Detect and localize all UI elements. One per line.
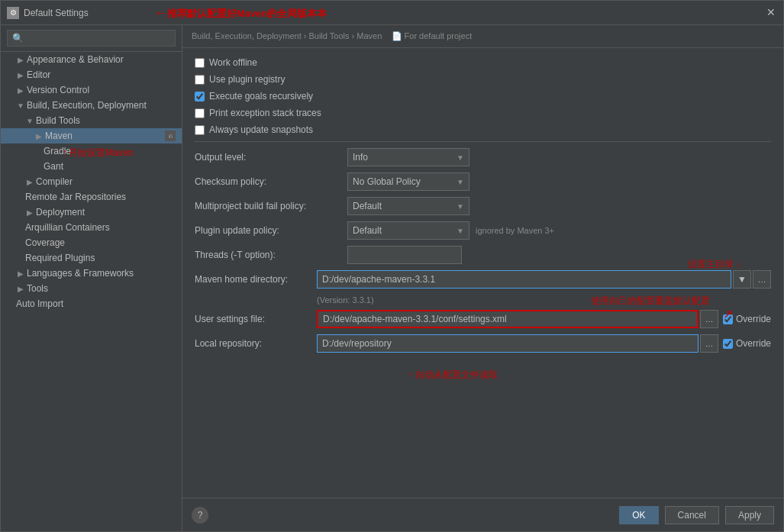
sidebar-item-build-tools[interactable]: ▼ Build Tools xyxy=(1,113,182,128)
window-title: Default Settings xyxy=(24,8,89,18)
sidebar-item-coverage[interactable]: Coverage xyxy=(1,235,182,250)
ok-button[interactable]: OK xyxy=(619,506,658,524)
local-repo-input[interactable] xyxy=(317,334,699,353)
sidebar-item-gradle[interactable]: Gradle xyxy=(1,143,182,159)
local-repo-section: Local repository: … Override ↑ 自动从配置文件读取 xyxy=(195,334,771,353)
plugin-update-label: Plugin update policy: xyxy=(195,225,347,236)
bottom-right: OK Cancel Apply xyxy=(619,506,774,524)
user-settings-input[interactable] xyxy=(317,310,699,328)
sidebar-item-required-plugins[interactable]: Required Plugins xyxy=(1,250,182,266)
maven-home-dropdown-btn[interactable]: ▼ xyxy=(733,270,751,289)
sidebar-item-editor[interactable]: ▶ Editor xyxy=(1,67,182,82)
settings-window: ⚙ Default Settings ← 推荐默认配置好Maven的全局版本本 … xyxy=(0,0,784,532)
sidebar-item-languages[interactable]: ▶ Languages & Frameworks xyxy=(1,266,182,281)
sidebar-item-auto-import[interactable]: Auto Import xyxy=(1,296,182,311)
print-exception-label: Print exception stack traces xyxy=(209,108,321,118)
breadcrumb: Build, Execution, Deployment › Build Too… xyxy=(182,25,783,48)
plugin-update-note: ignored by Maven 3+ xyxy=(476,226,554,235)
use-plugin-registry-checkbox[interactable] xyxy=(195,75,205,85)
use-plugin-registry-label: Use plugin registry xyxy=(209,74,285,85)
user-settings-override-checkbox[interactable] xyxy=(723,314,733,324)
user-settings-override: Override xyxy=(723,314,771,324)
local-repo-row: Local repository: … Override xyxy=(195,334,771,353)
title-annotation: ← 推荐默认配置好Maven的全局版本本 xyxy=(153,5,327,21)
maven-home-input[interactable] xyxy=(317,270,731,289)
sidebar-item-version-control[interactable]: ▶ Version Control xyxy=(1,82,182,98)
sidebar: ▶ Appearance & Behavior ▶ Editor ▶ Versi… xyxy=(1,25,182,531)
user-settings-row: User settings file: … Override xyxy=(195,310,771,328)
sidebar-item-appearance[interactable]: ▶ Appearance & Behavior xyxy=(1,52,182,67)
threads-row: Threads (-T option): xyxy=(195,246,771,264)
auto-read-annotation: ↑ 自动从配置文件读取 xyxy=(408,369,498,382)
checksum-policy-control: No Global Policy ▼ xyxy=(347,172,771,191)
local-repo-override-label: Override xyxy=(736,338,771,349)
expand-arrow-icon: ▶ xyxy=(16,70,25,79)
execute-goals-row: Execute goals recursively xyxy=(195,91,771,102)
local-repo-override-checkbox[interactable] xyxy=(723,339,733,349)
execute-goals-checkbox[interactable] xyxy=(195,92,205,102)
plugin-update-control: Default ▼ ignored by Maven 3+ xyxy=(347,221,771,240)
work-offline-row: Work offline xyxy=(195,57,771,68)
checksum-policy-row: Checksum policy: No Global Policy ▼ xyxy=(195,172,771,191)
expand-arrow-icon: ▶ xyxy=(25,208,34,217)
expand-arrow-icon: ▶ xyxy=(16,55,25,64)
work-offline-checkbox[interactable] xyxy=(195,58,205,68)
search-input[interactable] xyxy=(7,30,176,47)
always-update-label: Always update snapshots xyxy=(209,124,313,135)
sidebar-item-label: Arquillian Containers xyxy=(25,222,110,233)
sidebar-item-compiler[interactable]: ▶ Compiler xyxy=(1,174,182,189)
threads-input[interactable] xyxy=(347,246,462,264)
sidebar-item-label: Required Plugins xyxy=(25,253,95,263)
sidebar-item-label: Tools xyxy=(27,283,48,294)
main-panel: Build, Execution, Deployment › Build Too… xyxy=(182,25,783,531)
dropdown-arrow-icon: ▼ xyxy=(457,153,464,162)
sidebar-item-tools[interactable]: ▶ Tools xyxy=(1,281,182,296)
help-button[interactable]: ? xyxy=(192,507,208,524)
maven-home-label: Maven home directory: xyxy=(195,274,317,285)
plugin-update-row: Plugin update policy: Default ▼ ignored … xyxy=(195,221,771,240)
user-settings-section: User settings file: … Override 使用自己的配置覆盖… xyxy=(195,310,771,328)
user-settings-browse-btn[interactable]: … xyxy=(700,310,718,328)
output-level-dropdown[interactable]: Info ▼ xyxy=(347,148,469,166)
sidebar-item-remote-jar[interactable]: Remote Jar Repositories xyxy=(1,189,182,205)
multiproject-fail-control: Default ▼ xyxy=(347,197,771,215)
sidebar-item-label: Deployment xyxy=(36,207,85,218)
settings-content: Work offline Use plugin registry Execute… xyxy=(182,48,783,498)
user-settings-override-label: Override xyxy=(736,314,771,324)
threads-control xyxy=(347,246,771,264)
sidebar-item-maven[interactable]: ▶ Maven ⎌ ↑ 开始设置Maven xyxy=(1,128,182,143)
local-repo-browse-btn[interactable]: … xyxy=(700,334,718,353)
plugin-update-value: Default xyxy=(353,225,457,236)
sidebar-item-label: Build, Execution, Deployment xyxy=(27,100,147,111)
sidebar-item-label: Gradle xyxy=(44,146,71,156)
dropdown-arrow-icon: ▼ xyxy=(457,227,464,235)
print-exception-checkbox[interactable] xyxy=(195,108,205,118)
use-plugin-registry-row: Use plugin registry xyxy=(195,74,771,85)
close-button[interactable]: ✕ xyxy=(765,6,777,18)
multiproject-fail-row: Multiproject build fail policy: Default … xyxy=(195,197,771,215)
threads-label: Threads (-T option): xyxy=(195,250,347,260)
maven-version-text: (Version: 3.3.1) xyxy=(195,295,771,305)
always-update-checkbox[interactable] xyxy=(195,125,205,135)
sidebar-item-gant[interactable]: Gant xyxy=(1,159,182,174)
checksum-policy-dropdown[interactable]: No Global Policy ▼ xyxy=(347,172,469,191)
maven-home-row: Maven home directory: ▼ … xyxy=(195,270,771,289)
sidebar-item-arquillian[interactable]: Arquillian Containers xyxy=(1,220,182,235)
cancel-button[interactable]: Cancel xyxy=(665,506,719,524)
sidebar-item-deployment[interactable]: ▶ Deployment xyxy=(1,205,182,220)
multiproject-fail-dropdown[interactable]: Default ▼ xyxy=(347,197,469,215)
expand-arrow-icon: ▼ xyxy=(16,101,25,110)
sidebar-item-label: Maven xyxy=(45,131,73,141)
print-exception-row: Print exception stack traces xyxy=(195,108,771,118)
apply-button[interactable]: Apply xyxy=(725,506,774,524)
expand-arrow-icon: ▶ xyxy=(34,131,44,140)
reset-icon: ⎌ xyxy=(165,131,176,141)
plugin-update-dropdown[interactable]: Default ▼ xyxy=(347,221,469,240)
title-annotation-text: 推荐默认配置好Maven的全局版本本 xyxy=(167,7,327,21)
dropdown-arrow-icon: ▼ xyxy=(457,202,464,211)
sidebar-item-label: Compiler xyxy=(36,176,73,187)
multiproject-fail-label: Multiproject build fail policy: xyxy=(195,201,347,211)
multiproject-fail-value: Default xyxy=(353,201,457,211)
maven-home-browse-btn[interactable]: … xyxy=(753,270,771,289)
sidebar-item-build-exec[interactable]: ▼ Build, Execution, Deployment xyxy=(1,98,182,113)
